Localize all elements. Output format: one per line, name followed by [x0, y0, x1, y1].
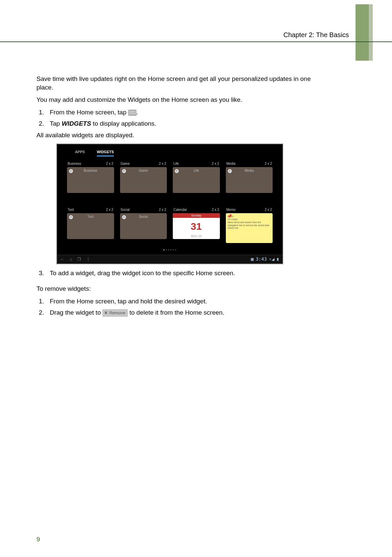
menu-icon: ⋮ [86, 257, 90, 262]
page-indicator [163, 249, 176, 250]
add-step-3: To add a widget, drag the widget icon to… [46, 269, 313, 278]
remove-step-2-pre: Drag the widget to [50, 309, 101, 316]
intro-paragraph-1: Save time with live updates right on the… [36, 75, 313, 92]
add-step-1-pre: From the Home screen, tap [50, 109, 128, 116]
recents-icon: ❐ [77, 257, 81, 262]
widgets-keyword: WIDGETS [62, 120, 91, 127]
remove-chip-label: Remove [109, 310, 125, 315]
widget-life: Life2 x 2+Life [173, 161, 220, 201]
widget-memo: Memo2 x 2📌Hello~I'm Crack.Menu items and… [226, 208, 273, 247]
android-navbar: ← ⌂ ❐ ⋮ ▦ 3:43 ▿◢ ▮ [57, 255, 283, 264]
remove-step-2-post: to delete it from the Home screen. [129, 309, 224, 316]
add-step-2-sub: All available widgets are displayed. [36, 131, 313, 140]
battery-icon: ▮ [277, 256, 279, 262]
apps-grid-icon [128, 110, 136, 116]
signal-icon: ▿◢ [269, 256, 275, 262]
add-step-1: From the Home screen, tap . [46, 108, 313, 117]
tab-widgets: WIDGETS [97, 150, 114, 156]
status-time: 3:43 [256, 256, 267, 262]
back-icon: ← [60, 257, 64, 262]
widget-calendar: Calendar2 x 2Sunday312011-10 [173, 208, 220, 247]
widget-media: Media2 x 2+Media [226, 161, 273, 201]
add-step-1-post: . [136, 109, 138, 116]
remove-step-1: From the Home screen, tap and hold the d… [46, 297, 313, 306]
widget-game: Game2 x 2+Game [120, 161, 167, 201]
intro-paragraph-2: You may add and customize the Widgets on… [36, 95, 313, 104]
remove-step-2: Drag the widget to ✕Remove to delete it … [46, 308, 313, 317]
add-step-2-pre: Tap [50, 120, 62, 127]
status-icon: ▦ [251, 256, 254, 262]
header-tab-shadow [369, 4, 373, 61]
page-number: 9 [36, 535, 40, 544]
header-rule [0, 41, 392, 42]
widget-tool: Tool2 x 2+Tool [67, 208, 114, 247]
remove-heading: To remove widgets: [36, 284, 313, 293]
widget-social: Social2 x 2+Social [120, 208, 167, 247]
close-icon: ✕ [104, 310, 108, 315]
widget-business: Business2 x 2+Business [67, 161, 114, 201]
tab-apps: APPS [75, 150, 85, 156]
header-tab [356, 4, 369, 61]
chapter-title: Chapter 2: The Basics [283, 31, 349, 39]
widgets-screenshot: APPS WIDGETS Business2 x 2+BusinessGame2… [56, 144, 283, 264]
add-step-2: Tap WIDGETS to display applications. [46, 119, 313, 128]
add-step-2-post: to display applications. [91, 120, 156, 127]
home-icon: ⌂ [70, 257, 72, 262]
remove-chip: ✕Remove [102, 309, 127, 317]
